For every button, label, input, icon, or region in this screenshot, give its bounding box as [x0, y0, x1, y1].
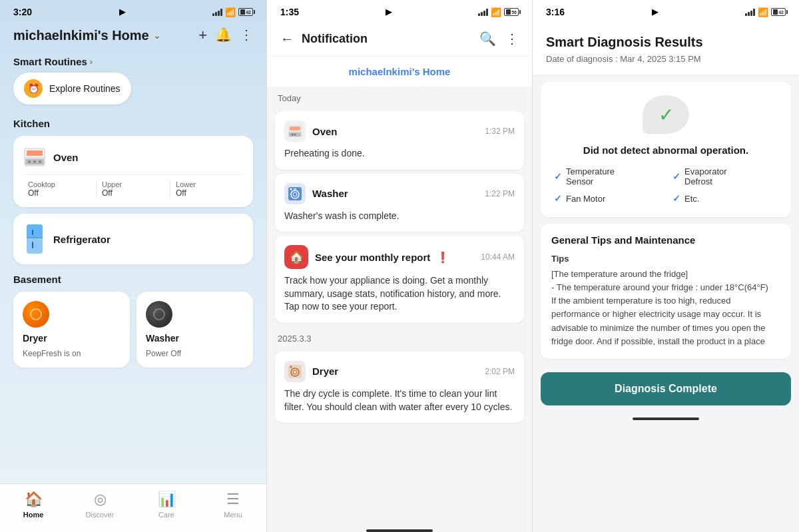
- diagnosis-complete-button[interactable]: Diagnosis Complete: [541, 372, 791, 405]
- svg-rect-22: [294, 188, 296, 190]
- notif-header-actions: 🔍 ⋮: [479, 31, 519, 47]
- check-icon-3: ✓: [554, 193, 562, 204]
- oven-notif-header: Oven 1:32 PM: [284, 121, 515, 142]
- battery-icon-2: 56: [504, 8, 519, 16]
- diagnosis-date: Date of diagnosis : Mar 4, 2025 3:15 PM: [546, 54, 786, 64]
- dryer-notification[interactable]: Dryer 2:02 PM The dry cycle is complete.…: [275, 352, 524, 423]
- wifi-icon: 📶: [225, 7, 236, 17]
- battery-icon: 42: [238, 8, 253, 16]
- diagnosis-panel: 3:16 ▶ 📶 42 Smart Diagnosis Results Date…: [533, 0, 799, 532]
- status-icons-panel1: 📶 42: [212, 7, 253, 17]
- oven-card[interactable]: Oven Cooktop Off Upper Off Lower Off: [13, 136, 253, 207]
- explore-routines-button[interactable]: ⏰ Explore Routines: [13, 73, 131, 105]
- oven-lower: Lower Off: [170, 180, 244, 198]
- report-notif-header: 🏠 See your monthly report ❗ 10:44 AM: [284, 245, 515, 269]
- diagnosis-ok-text: Did not detect abnormal operation.: [554, 144, 778, 156]
- oven-upper: Upper Off: [96, 180, 170, 198]
- washer-notif-header: Washer 1:22 PM: [284, 183, 515, 204]
- report-notif-name: See your monthly report ❗: [315, 251, 474, 264]
- dryer-notif-icon: [284, 361, 306, 382]
- menu-nav-icon: ☰: [226, 491, 240, 508]
- status-bar-panel3: 3:16 ▶ 📶 42: [533, 0, 799, 21]
- battery-icon-3: 42: [771, 8, 786, 16]
- monthly-report-notification[interactable]: 🏠 See your monthly report ❗ 10:44 AM Tra…: [275, 236, 524, 323]
- notif-home-name: michaelnkimi's Home: [267, 57, 532, 87]
- tips-card: General Tips and Maintenance Tips [The t…: [541, 224, 791, 359]
- dryer-status: KeepFresh is on: [23, 349, 121, 358]
- notification-title: Notification: [302, 32, 471, 46]
- home-title: michaelnkimi's Home: [13, 28, 149, 43]
- check-icon-2: ✓: [672, 171, 680, 182]
- home-panel: 3:20 ▶ 📶 42 michaelnkimi's Home ⌄ + 🔔 ⋮: [0, 0, 266, 532]
- svg-point-5: [33, 160, 36, 163]
- nav-home[interactable]: 🏠 Home: [0, 491, 67, 519]
- report-icon: 🏠: [284, 245, 308, 269]
- oven-icon: [23, 145, 47, 169]
- today-label: Today: [267, 87, 532, 107]
- report-notif-message: Track how your appliance is doing. Get a…: [284, 274, 515, 314]
- location-icon: ▶: [119, 7, 125, 17]
- home-nav-label: Home: [23, 511, 44, 519]
- menu-nav-label: Menu: [224, 511, 242, 519]
- svg-rect-10: [32, 230, 33, 235]
- washer-card[interactable]: Washer Power Off: [136, 292, 253, 368]
- washer-notif-icon: [284, 183, 306, 204]
- bell-icon[interactable]: 🔔: [215, 27, 232, 44]
- home-header: michaelnkimi's Home ⌄ + 🔔 ⋮: [0, 21, 266, 49]
- svg-point-17: [294, 134, 296, 136]
- search-button[interactable]: 🔍: [479, 31, 496, 47]
- tips-section-title: General Tips and Maintenance: [551, 234, 780, 246]
- svg-rect-11: [32, 242, 33, 248]
- home-nav-icon: 🏠: [25, 491, 43, 508]
- oven-notif-time: 1:32 PM: [485, 127, 515, 136]
- bottom-nav: 🏠 Home ◎ Discover 📊 Care ☰ Menu: [0, 483, 266, 532]
- svg-point-4: [28, 160, 31, 163]
- dryer-card[interactable]: Dryer KeepFresh is on: [13, 292, 130, 368]
- smart-routines-arrow: ›: [90, 57, 93, 67]
- oven-status: Cooktop Off Upper Off Lower Off: [23, 174, 244, 198]
- check-icon-4: ✓: [672, 193, 680, 204]
- diagnosis-header: Smart Diagnosis Results Date of diagnosi…: [533, 21, 799, 75]
- tips-subtitle: Tips: [551, 254, 780, 264]
- refrigerator-icon: [23, 223, 47, 255]
- signal-icon: [212, 8, 222, 16]
- care-nav-label: Care: [158, 511, 174, 519]
- nav-discover[interactable]: ◎ Discover: [67, 491, 133, 519]
- check-etc: ✓ Etc.: [672, 193, 778, 204]
- diagnosis-title: Smart Diagnosis Results: [546, 35, 786, 50]
- smart-routines-row[interactable]: Smart Routines ›: [0, 49, 266, 73]
- exclaim-icon: ❗: [436, 252, 449, 263]
- washer-notif-time: 1:22 PM: [485, 189, 515, 198]
- tips-content: [The temperature around the fridge] - Th…: [551, 268, 780, 348]
- more-icon[interactable]: ⋮: [240, 27, 253, 44]
- home-header-actions: + 🔔 ⋮: [198, 27, 253, 44]
- oven-cooktop: Cooktop Off: [23, 180, 96, 198]
- home-indicator-2: [366, 529, 433, 532]
- dryer-notif-name: Dryer: [312, 366, 478, 377]
- svg-rect-2: [27, 150, 43, 156]
- dryer-notif-message: The dry cycle is complete. It's time to …: [284, 388, 515, 413]
- diagnosis-scroll: ✓ Did not detect abnormal operation. ✓ T…: [533, 75, 799, 532]
- discover-nav-label: Discover: [86, 511, 115, 519]
- dryer-notif-time: 2:02 PM: [485, 367, 515, 376]
- refrigerator-card[interactable]: Refrigerator: [13, 214, 253, 264]
- home-dropdown-icon[interactable]: ⌄: [153, 30, 161, 41]
- svg-point-26: [290, 366, 292, 368]
- notifications-panel: 1:35 ▶ 📶 56 ← Notification 🔍 ⋮ michaelnk…: [266, 0, 533, 532]
- check-label-4: Etc.: [684, 194, 699, 204]
- washer-notif-message: Washer's wash is complete.: [284, 210, 515, 223]
- nav-care[interactable]: 📊 Care: [133, 491, 200, 519]
- washer-notification[interactable]: Washer 1:22 PM Washer's wash is complete…: [275, 174, 524, 232]
- oven-notif-name: Oven: [312, 126, 478, 137]
- add-home-button[interactable]: +: [198, 27, 207, 44]
- speech-bubble: ✓: [643, 95, 689, 134]
- check-label-1: TemperatureSensor: [566, 166, 615, 186]
- back-button[interactable]: ←: [280, 31, 294, 47]
- care-nav-icon: 📊: [158, 491, 176, 508]
- notif-more-button[interactable]: ⋮: [505, 31, 519, 47]
- oven-notification[interactable]: Oven 1:32 PM Preheating is done.: [275, 111, 524, 170]
- svg-rect-14: [290, 127, 300, 131]
- nav-menu[interactable]: ☰ Menu: [200, 491, 266, 519]
- check-label-3: Fan Motor: [566, 194, 605, 204]
- check-icon-1: ✓: [554, 171, 562, 182]
